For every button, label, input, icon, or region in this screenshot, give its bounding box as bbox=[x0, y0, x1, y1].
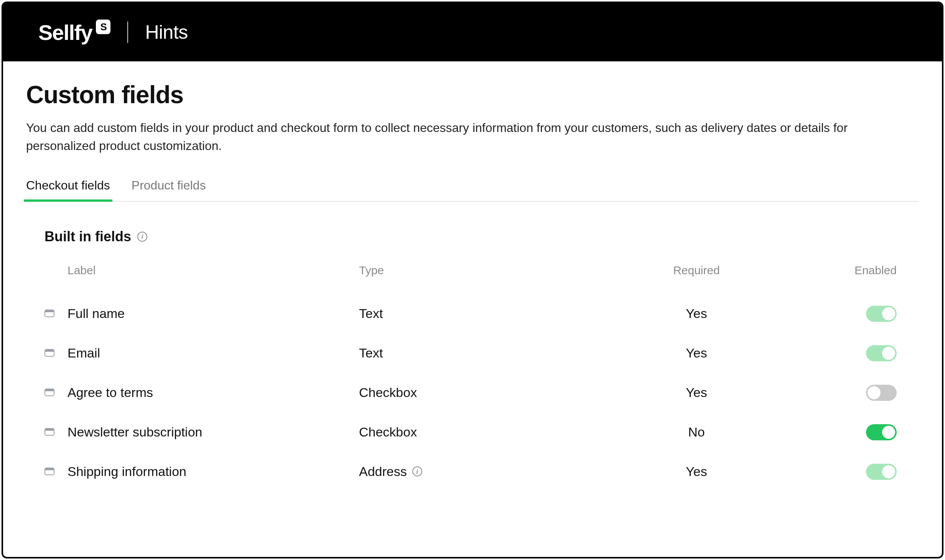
field-label: Email bbox=[68, 346, 359, 361]
col-type: Type bbox=[359, 264, 604, 277]
field-required: Yes bbox=[604, 306, 789, 321]
field-required: Yes bbox=[604, 385, 789, 400]
toggle-knob bbox=[868, 386, 881, 399]
field-icon bbox=[44, 310, 54, 317]
field-label: Agree to terms bbox=[68, 385, 359, 400]
field-required: Yes bbox=[604, 464, 789, 479]
header-section-label: Hints bbox=[145, 21, 188, 43]
enabled-toggle[interactable] bbox=[866, 424, 897, 440]
section-title-row: Built in fields i bbox=[44, 229, 901, 245]
field-type-text: Address bbox=[359, 464, 407, 479]
brand-badge-icon: S bbox=[96, 20, 110, 34]
toggle-knob bbox=[882, 347, 895, 360]
table-row: Shipping informationAddressiYes bbox=[44, 452, 901, 491]
field-icon bbox=[44, 468, 54, 475]
field-type-text: Text bbox=[359, 306, 383, 321]
field-type: Addressi bbox=[359, 464, 604, 479]
info-icon[interactable]: i bbox=[137, 232, 147, 242]
enabled-toggle[interactable] bbox=[866, 345, 897, 361]
field-type: Text bbox=[359, 346, 604, 361]
table-header: Label Type Required Enabled bbox=[44, 264, 901, 277]
toggle-knob bbox=[882, 426, 895, 439]
col-enabled: Enabled bbox=[789, 264, 901, 277]
field-type: Text bbox=[359, 306, 604, 321]
field-label: Newsletter subscription bbox=[68, 425, 359, 440]
field-required: No bbox=[604, 425, 789, 440]
tab-product-fields[interactable]: Product fields bbox=[132, 176, 206, 201]
field-type: Checkbox bbox=[359, 385, 604, 400]
table-row: Agree to termsCheckboxYes bbox=[44, 373, 901, 412]
app-window: Sellfy S Hints Custom fields You can add… bbox=[2, 2, 943, 558]
tabs: Checkout fields Product fields bbox=[26, 176, 919, 202]
enabled-toggle[interactable] bbox=[866, 306, 897, 322]
builtin-fields-section: Built in fields i Label Type Required En… bbox=[26, 202, 919, 491]
table-row: EmailTextYes bbox=[44, 333, 901, 373]
top-bar: Sellfy S Hints bbox=[3, 3, 942, 61]
tab-checkout-fields[interactable]: Checkout fields bbox=[26, 176, 110, 201]
field-icon bbox=[44, 389, 54, 396]
page-description: You can add custom fields in your produc… bbox=[26, 119, 901, 155]
field-label: Full name bbox=[68, 306, 359, 321]
section-title: Built in fields bbox=[44, 229, 131, 245]
brand-logo[interactable]: Sellfy S bbox=[38, 20, 110, 45]
field-required: Yes bbox=[604, 346, 789, 361]
table-row: Full nameTextYes bbox=[44, 294, 901, 333]
enabled-toggle[interactable] bbox=[866, 385, 897, 401]
main-content: Custom fields You can add custom fields … bbox=[3, 61, 942, 557]
col-label: Label bbox=[68, 264, 359, 277]
page-title: Custom fields bbox=[26, 81, 919, 109]
table-row: Newsletter subscriptionCheckboxNo bbox=[44, 412, 901, 452]
table-body: Full nameTextYesEmailTextYesAgree to ter… bbox=[44, 294, 901, 491]
tab-label: Product fields bbox=[132, 178, 206, 192]
col-required: Required bbox=[604, 264, 789, 277]
field-type-text: Checkbox bbox=[359, 385, 417, 400]
field-icon bbox=[44, 349, 54, 357]
field-label: Shipping information bbox=[68, 464, 359, 479]
toggle-knob bbox=[882, 465, 895, 478]
tab-label: Checkout fields bbox=[26, 178, 110, 192]
brand-name: Sellfy bbox=[38, 20, 92, 45]
field-type: Checkbox bbox=[359, 425, 604, 440]
toggle-knob bbox=[882, 307, 895, 320]
field-type-text: Text bbox=[359, 346, 383, 361]
info-icon[interactable]: i bbox=[412, 466, 422, 476]
field-type-text: Checkbox bbox=[359, 425, 417, 440]
enabled-toggle[interactable] bbox=[866, 464, 897, 480]
vertical-divider bbox=[127, 21, 128, 43]
field-icon bbox=[44, 428, 54, 436]
